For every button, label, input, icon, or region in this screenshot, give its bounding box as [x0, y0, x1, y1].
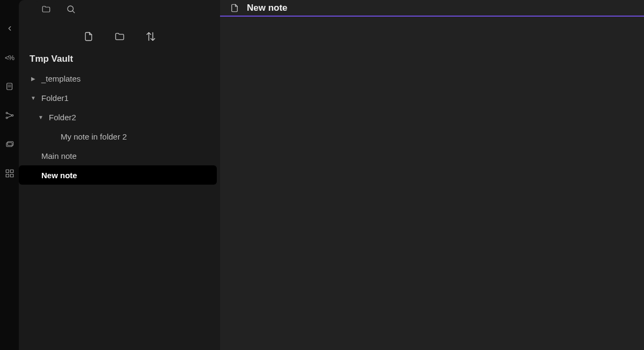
tab-search[interactable]: [58, 1, 83, 17]
folder-label: Folder2: [49, 113, 76, 122]
sort-button[interactable]: [144, 30, 158, 43]
ribbon: <%: [0, 0, 19, 350]
file-note-folder2[interactable]: My note in folder 2: [19, 127, 220, 146]
back-icon[interactable]: [4, 23, 16, 34]
sidebar-toolbar: [19, 17, 220, 48]
graph-icon[interactable]: [4, 110, 16, 121]
svg-rect-13: [10, 174, 13, 177]
folder-templates[interactable]: ▶ _templates: [19, 69, 220, 88]
folder-label: _templates: [41, 74, 80, 83]
svg-rect-10: [6, 170, 9, 172]
sidebar-tabstrip: [19, 0, 220, 17]
folder-folder1[interactable]: ▼ Folder1: [19, 88, 220, 107]
cards-icon[interactable]: [4, 138, 16, 150]
svg-rect-11: [10, 170, 13, 172]
new-folder-button[interactable]: [113, 30, 127, 43]
svg-line-15: [72, 11, 74, 12]
svg-line-6: [8, 113, 12, 115]
chevron-down-icon: ▼: [37, 114, 45, 120]
file-label: My note in folder 2: [61, 132, 127, 141]
folder-folder2[interactable]: ▼ Folder2: [19, 107, 220, 127]
file-label: Main note: [41, 151, 77, 161]
file-label: New note: [41, 171, 77, 180]
editor-body[interactable]: [220, 17, 644, 350]
sidebar: Tmp Vault ▶ _templates ▼ Folder1 ▼ Folde…: [19, 0, 220, 350]
grid-icon[interactable]: [4, 167, 16, 179]
templater-icon[interactable]: <%: [4, 52, 16, 63]
chevron-down-icon: ▼: [30, 95, 37, 101]
snippets-icon[interactable]: [4, 81, 16, 92]
editor-tab-title[interactable]: New note: [247, 3, 288, 13]
svg-rect-0: [6, 83, 12, 90]
file-tree: ▶ _templates ▼ Folder1 ▼ Folder2 My note…: [19, 68, 220, 186]
file-new-note[interactable]: New note: [19, 165, 217, 185]
editor-tabbar: New note: [220, 0, 644, 17]
new-file-button[interactable]: [82, 30, 96, 43]
svg-rect-12: [6, 174, 9, 177]
folder-label: Folder1: [41, 93, 69, 103]
file-main-note[interactable]: Main note: [19, 146, 220, 165]
chevron-right-icon: ▶: [30, 76, 37, 82]
tab-files[interactable]: [34, 1, 58, 17]
file-icon: [230, 3, 239, 13]
main-pane: New note: [220, 0, 644, 350]
svg-line-7: [8, 116, 12, 118]
vault-title: Tmp Vault: [19, 48, 220, 68]
